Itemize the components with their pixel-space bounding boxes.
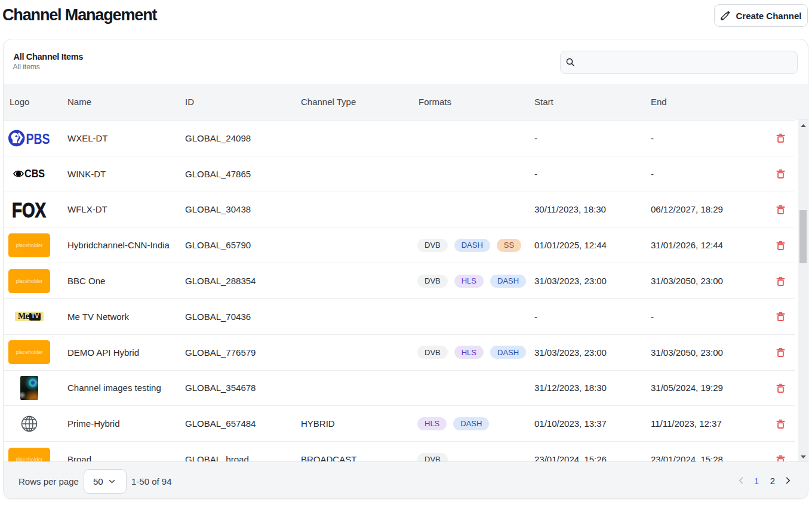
svg-text:CBS: CBS <box>24 168 45 179</box>
svg-text:FOX: FOX <box>12 201 46 218</box>
svg-text:PBS: PBS <box>26 131 50 146</box>
